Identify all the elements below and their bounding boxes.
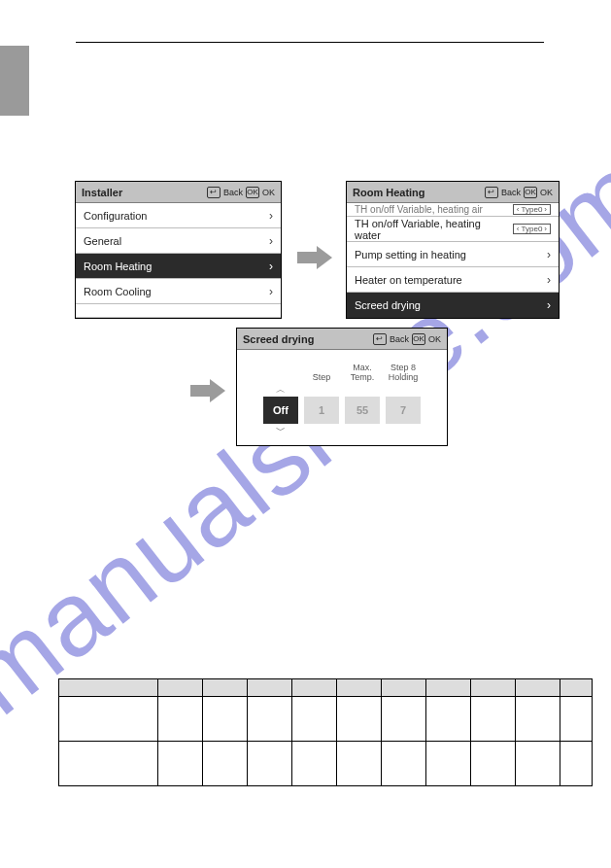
chevron-down-icon[interactable]: ﹀ [276, 426, 286, 435]
row-label: General [84, 235, 269, 247]
header-actions: ↩ Back OK OK [207, 187, 275, 198]
panel-header-screed: Screed drying ↩ Back OK OK [237, 329, 447, 350]
chevron-right-icon: › [269, 285, 273, 298]
room-heating-item-heater-temp[interactable]: Heater on temperature › [347, 267, 559, 293]
panel-header-room-heating: Room Heating ↩ Back OK OK [347, 182, 559, 203]
arrow-right-icon [210, 379, 225, 402]
col-step8-holding: Step 8 Holding [386, 360, 421, 383]
bottom-table [58, 678, 593, 786]
chevron-right-icon: › [547, 273, 551, 287]
back-icon[interactable]: ↩ [373, 333, 387, 345]
room-heating-item-pump[interactable]: Pump setting in heating › [347, 242, 559, 267]
installer-item-partial [76, 304, 281, 318]
val-max[interactable]: 55 [345, 397, 380, 424]
installer-item-room-heating[interactable]: Room Heating › [76, 254, 281, 279]
row-label: TH on/off Variable, heating air [355, 204, 509, 215]
row-label: Pump setting in heating [355, 249, 547, 260]
arrow-body [190, 385, 210, 397]
room-heating-panel: Room Heating ↩ Back OK OK TH on/off Vari… [346, 181, 560, 319]
back-icon[interactable]: ↩ [485, 187, 498, 198]
ok-icon[interactable]: OK [412, 333, 425, 345]
chevron-right-icon: › [269, 209, 273, 223]
room-heating-item-th-water[interactable]: TH on/off Variable, heating water ‹ Type… [347, 217, 559, 242]
panel-title: Installer [82, 187, 122, 198]
row-label: Screed drying [355, 299, 547, 311]
screed-body: Step Max. Temp. Step 8 Holding ︿ Off ﹀ 1… [237, 350, 447, 449]
installer-item-room-cooling[interactable]: Room Cooling › [76, 279, 281, 304]
back-icon[interactable]: ↩ [207, 187, 221, 198]
panel-title: Room Heating [353, 187, 425, 198]
screed-values: ︿ Off ﹀ 1 55 7 [263, 385, 421, 435]
ok-icon[interactable]: OK [246, 187, 259, 198]
chevron-right-icon: › [547, 298, 551, 312]
val-step[interactable]: 1 [304, 397, 339, 424]
installer-item-general[interactable]: General › [76, 228, 281, 254]
chevron-up-icon[interactable]: ︿ [276, 385, 286, 395]
type-badge[interactable]: ‹ Type0 › [513, 224, 551, 234]
row-label: Room Heating [84, 260, 269, 272]
off-stepper[interactable]: ︿ Off ﹀ [263, 385, 298, 435]
installer-panel: Installer ↩ Back OK OK Configuration › G… [75, 181, 282, 319]
table-row [59, 742, 593, 786]
row-label: TH on/off Variable, heating water [355, 218, 509, 241]
ok-label: OK [540, 188, 553, 197]
screed-panel: Screed drying ↩ Back OK OK Step Max. Tem… [236, 328, 448, 446]
arrow-right-icon [317, 246, 332, 269]
col-step: Step [304, 360, 339, 383]
ok-icon[interactable]: OK [524, 187, 537, 198]
val-off: Off [263, 397, 298, 424]
panel-title: Screed drying [243, 333, 314, 345]
col-blank [263, 360, 298, 383]
header-actions: ↩ Back OK OK [485, 187, 553, 198]
chevron-right-icon: › [269, 260, 273, 273]
table-row [59, 697, 593, 742]
row-label: Configuration [84, 210, 269, 222]
chevron-right-icon: › [547, 248, 551, 261]
table-header-row [59, 679, 593, 697]
arrow-body [297, 252, 317, 263]
val-hold[interactable]: 7 [386, 397, 421, 424]
header-actions: ↩ Back OK OK [373, 333, 441, 345]
chevron-right-icon: › [269, 234, 273, 248]
screed-col-labels: Step Max. Temp. Step 8 Holding [263, 360, 421, 383]
room-heating-item-partial-top: TH on/off Variable, heating air ‹ Type0 … [347, 203, 559, 217]
ok-label: OK [428, 334, 441, 344]
ok-label: OK [262, 188, 275, 197]
installer-item-configuration[interactable]: Configuration › [76, 203, 281, 228]
back-label: Back [390, 334, 409, 344]
page-tab [0, 46, 29, 116]
top-rule [76, 42, 544, 43]
back-label: Back [501, 188, 521, 197]
row-label: Room Cooling [84, 286, 269, 297]
room-heating-item-screed[interactable]: Screed drying › [347, 293, 559, 318]
back-label: Back [223, 188, 243, 197]
type-badge: ‹ Type0 › [513, 204, 551, 215]
row-label: Heater on temperature [355, 274, 547, 286]
col-max-temp: Max. Temp. [345, 360, 380, 383]
panel-header-installer: Installer ↩ Back OK OK [76, 182, 281, 203]
